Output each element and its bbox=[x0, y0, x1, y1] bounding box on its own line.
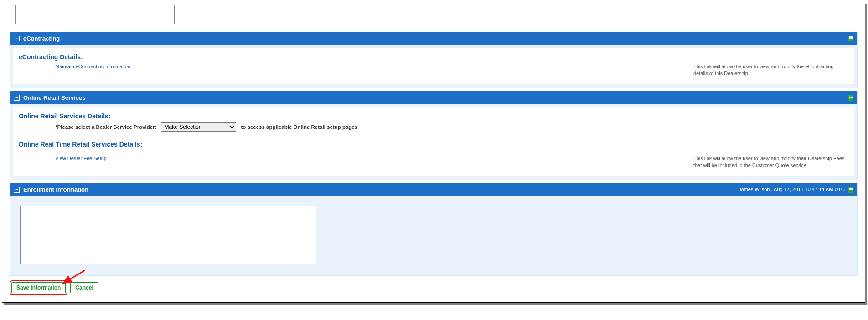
section-title: Enrollment Information bbox=[23, 186, 88, 193]
econtracting-row: Maintain eContracting Information This l… bbox=[19, 63, 848, 77]
econtracting-details-heading: eContracting Details: bbox=[19, 53, 848, 61]
section-header-left: − eContracting bbox=[14, 35, 60, 42]
enrollment-notes-textarea[interactable] bbox=[20, 206, 316, 264]
section-header-right: James Wilson , Aug 17, 2011 10:47:14 AM … bbox=[739, 187, 853, 193]
collapse-icon[interactable]: − bbox=[14, 36, 20, 41]
previous-notes-textarea[interactable] bbox=[15, 5, 175, 24]
section-header-online-retail: − Online Retail Services bbox=[10, 91, 857, 104]
realtime-row: View Dealer Fee Setup This link will all… bbox=[19, 155, 848, 169]
online-retail-details-heading: Online Retail Services Details: bbox=[19, 112, 848, 120]
provider-select[interactable]: Make Selection bbox=[161, 122, 236, 132]
section-body-online-retail: Online Retail Services Details: *Please … bbox=[13, 107, 854, 176]
previous-section-bottom bbox=[10, 5, 858, 29]
excel-export-icon[interactable] bbox=[848, 95, 853, 101]
maintain-econtracting-link[interactable]: Maintain eContracting Information bbox=[55, 64, 130, 69]
realtime-link-wrap: View Dealer Fee Setup bbox=[55, 155, 107, 162]
section-title: Online Retail Services bbox=[23, 94, 86, 101]
section-title: eContracting bbox=[23, 35, 60, 42]
provider-select-row: *Please select a Dealer Service Provider… bbox=[55, 122, 848, 132]
realtime-description: This link will allow the user to view an… bbox=[693, 155, 848, 169]
view-dealer-fee-setup-link[interactable]: View Dealer Fee Setup bbox=[55, 156, 107, 161]
section-online-retail: − Online Retail Services Online Retail S… bbox=[10, 91, 858, 180]
cancel-button[interactable]: Cancel bbox=[70, 282, 98, 293]
online-realtime-heading: Online Real Time Retail Services Details… bbox=[19, 141, 848, 148]
section-header-left: − Enrollment Information bbox=[14, 186, 88, 193]
provider-after-text: to access applicable Online Retail setup… bbox=[241, 124, 357, 130]
collapse-icon[interactable]: − bbox=[14, 187, 20, 193]
section-enrollment: − Enrollment Information James Wilson , … bbox=[10, 183, 858, 276]
provider-label: *Please select a Dealer Service Provider… bbox=[55, 124, 156, 130]
section-header-econtracting: − eContracting bbox=[10, 32, 857, 45]
section-header-left: − Online Retail Services bbox=[14, 94, 86, 101]
section-header-right bbox=[848, 95, 853, 101]
save-information-button[interactable]: Save Information bbox=[11, 282, 66, 293]
section-header-right bbox=[848, 36, 853, 41]
section-econtracting: − eContracting eContracting Details: Mai… bbox=[10, 32, 858, 88]
collapse-icon[interactable]: − bbox=[14, 95, 20, 101]
page-container: − eContracting eContracting Details: Mai… bbox=[2, 2, 865, 303]
enrollment-notes-wrap bbox=[20, 206, 849, 265]
enrollment-timestamp: James Wilson , Aug 17, 2011 10:47:14 AM … bbox=[739, 187, 845, 192]
section-body-enrollment bbox=[13, 198, 854, 272]
button-row: Save Information Cancel bbox=[10, 282, 858, 293]
section-header-enrollment: − Enrollment Information James Wilson , … bbox=[10, 183, 857, 196]
econtracting-link-wrap: Maintain eContracting Information bbox=[55, 63, 130, 70]
econtracting-description: This link will allow the user to view an… bbox=[693, 63, 848, 77]
excel-export-icon[interactable] bbox=[848, 187, 853, 193]
excel-export-icon[interactable] bbox=[848, 36, 853, 41]
section-body-econtracting: eContracting Details: Maintain eContract… bbox=[13, 47, 854, 84]
